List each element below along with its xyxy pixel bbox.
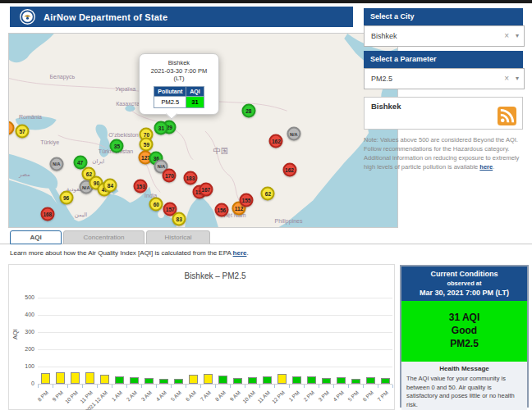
chart-bar[interactable] [292, 376, 301, 384]
popup-pollutant-value: PM2.5 [154, 96, 186, 107]
learn-more-here-link[interactable]: here [233, 249, 247, 257]
chart-bar[interactable] [307, 376, 316, 384]
chart-bar[interactable] [337, 377, 346, 384]
chart-bar[interactable] [322, 378, 331, 384]
aqi-marker[interactable]: 96 [59, 191, 73, 205]
chart-bar[interactable] [351, 379, 360, 384]
chart-y-tick-label: 500 [16, 294, 34, 300]
aqi-value-box: 31 AQI Good PM2.5 [401, 301, 527, 362]
city-caret-icon[interactable]: ▾ [516, 26, 519, 46]
aqi-marker[interactable]: 168 [40, 207, 54, 221]
chart-bar[interactable] [71, 372, 80, 384]
chart-bar[interactable] [366, 377, 375, 384]
chart-x-tick-mark [186, 385, 186, 388]
parameter-caret-icon[interactable]: ▾ [516, 69, 519, 89]
aqi-marker[interactable]: 167 [199, 182, 213, 196]
aqi-marker[interactable]: 28 [241, 104, 255, 118]
chart-x-tick-mark [333, 385, 334, 388]
health-message-text: The AQI value for your community is betw… [406, 375, 522, 409]
chart-bar[interactable] [381, 378, 390, 384]
chart-bar[interactable] [100, 375, 109, 384]
chart-x-tick-mark [392, 385, 393, 388]
aqi-marker[interactable]: 84 [103, 178, 117, 192]
chart-bar[interactable] [130, 377, 139, 384]
chart-bar[interactable] [56, 372, 65, 384]
app-header: AirNow Department of State [10, 7, 353, 27]
chart-bar[interactable] [144, 378, 154, 384]
rss-feed-box: Bishkek [364, 97, 523, 130]
chart-bar[interactable] [204, 374, 213, 384]
chart-x-tick-mark [259, 385, 260, 388]
select-parameter-header: Select a Parameter [364, 51, 523, 68]
aqi-bar-chart: Bishkek – PM2.5 AQI 01002003004005008 PM… [8, 264, 395, 410]
map-popup[interactable]: Bishkek 2021-03-30 7:00 PM (LT) Pollutan… [139, 53, 219, 115]
health-message-box: Health Message The AQI value for your co… [401, 362, 527, 410]
tab-concentration[interactable]: Concentration [63, 230, 144, 244]
aqi-marker[interactable]: 31 [154, 121, 168, 134]
chart-x-tick-mark [97, 385, 98, 388]
chart-bar[interactable] [115, 376, 124, 384]
chart-x-tick-mark [156, 385, 157, 388]
chart-x-tick-mark [215, 385, 216, 388]
chart-y-tick-label: 100 [16, 363, 34, 369]
aqi-marker[interactable]: 156 [214, 203, 228, 217]
city-select[interactable]: Bishkek × ▾ [364, 25, 525, 47]
chart-bar[interactable] [248, 377, 257, 384]
beyond-aqi-note: Note: Values above 500 are considered Be… [364, 135, 528, 171]
chart-bar[interactable] [174, 379, 183, 384]
air-quality-map[interactable]: БеларусьУкраїнаКазахстанRomâniaTürkiyeO'… [8, 33, 398, 228]
aqi-marker[interactable]: 83 [172, 212, 186, 226]
page-title: AirNow Department of State [44, 12, 167, 22]
chart-gridline [38, 298, 392, 298]
aqi-marker[interactable]: 62 [261, 187, 275, 201]
aqi-marker[interactable]: 162 [282, 162, 296, 176]
chart-bar[interactable] [277, 374, 287, 384]
popup-timezone: (LT) [143, 75, 215, 83]
aqi-marker[interactable]: 60 [149, 198, 163, 212]
parameter-clear-icon[interactable]: × [504, 69, 509, 89]
note-here-link[interactable]: here [479, 163, 493, 171]
chart-x-tick-mark [67, 385, 68, 388]
chart-bar[interactable] [159, 379, 168, 384]
select-city-header: Select a City [364, 8, 523, 25]
aqi-marker[interactable]: N/A [287, 127, 300, 141]
popup-col-pollutant: Pollutant [154, 86, 186, 96]
aqi-marker[interactable]: 35 [110, 139, 124, 153]
chart-x-tick-mark [38, 385, 39, 388]
chart-plot-area: 01002003004005008 PM9 PM10 PM11 PM2021 1… [9, 265, 394, 409]
chart-gridline [38, 349, 392, 350]
tab-historical[interactable]: Historical [146, 230, 210, 244]
chart-bar[interactable] [85, 372, 94, 384]
aqi-marker[interactable]: 59 [140, 137, 154, 151]
popup-col-aqi: AQI [186, 86, 204, 96]
chart-gridline [38, 332, 392, 333]
aqi-marker[interactable]: 162 [269, 134, 283, 148]
aqi-marker[interactable]: 183 [183, 171, 197, 184]
aqi-marker[interactable]: 57 [16, 124, 30, 138]
aqi-marker[interactable]: N/A [49, 157, 63, 171]
chart-bar[interactable] [263, 376, 272, 384]
aqi-marker[interactable]: 155 [240, 194, 254, 207]
department-of-state-seal-icon [20, 9, 35, 25]
rss-city-label: Bishkek [371, 102, 401, 111]
aqi-marker[interactable]: 153 [134, 180, 148, 194]
rss-feed-icon[interactable] [498, 107, 516, 125]
chart-bar[interactable] [218, 376, 227, 384]
chart-x-tick-mark [112, 385, 112, 388]
window-edge [0, 0, 532, 3]
chart-bar[interactable] [233, 378, 242, 384]
tab-aqi[interactable]: AQI [10, 230, 62, 244]
parameter-select[interactable]: PM2.5 × ▾ [364, 68, 525, 89]
city-clear-icon[interactable]: × [504, 26, 509, 46]
current-conditions-panel: Current Conditions observed at Mar 30, 2… [400, 265, 529, 408]
chart-x-tick-mark [274, 385, 275, 388]
chart-y-tick-label: 400 [16, 312, 34, 317]
chart-x-tick-mark [126, 385, 127, 388]
chart-bar[interactable] [41, 373, 50, 384]
chart-x-tick-mark [348, 385, 349, 388]
chart-bar[interactable] [189, 375, 198, 384]
divider [0, 244, 532, 244]
aqi-marker[interactable]: 170 [163, 169, 177, 183]
chart-y-tick-label: 200 [16, 346, 34, 352]
chart-y-tick-label: 300 [16, 329, 34, 335]
